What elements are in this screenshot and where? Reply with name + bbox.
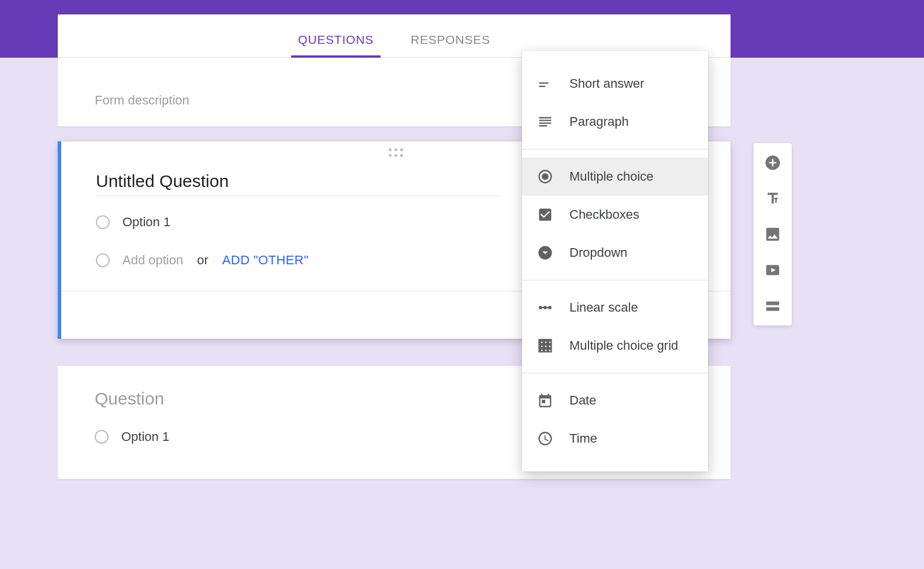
dropdown-icon: [537, 245, 553, 261]
menu-item-multiple-choice-grid[interactable]: Multiple choice grid: [522, 327, 708, 365]
date-label: Date: [569, 393, 596, 408]
time-label: Time: [569, 431, 597, 446]
svg-rect-8: [766, 308, 780, 311]
add-section-button[interactable]: [763, 297, 782, 315]
checkbox-icon: [537, 207, 553, 223]
calendar-icon: [537, 392, 553, 409]
radio-selected-icon: [537, 169, 553, 185]
text-title-icon: [764, 190, 781, 207]
checkboxes-label: Checkboxes: [569, 207, 639, 222]
grid-icon: [537, 338, 553, 354]
radio-icon: [96, 215, 110, 229]
menu-item-time[interactable]: Time: [522, 420, 708, 458]
add-option-button[interactable]: Add option: [122, 253, 183, 268]
add-other-button[interactable]: ADD "OTHER": [222, 253, 309, 268]
short-answer-label: Short answer: [569, 76, 644, 91]
menu-item-linear-scale[interactable]: Linear scale: [522, 289, 708, 327]
svg-rect-4: [541, 307, 550, 308]
paragraph-icon: [537, 114, 553, 130]
plus-circle-icon: [764, 154, 781, 171]
linear-scale-label: Linear scale: [569, 300, 638, 315]
section-icon: [764, 297, 781, 315]
radio-icon: [96, 253, 110, 267]
linear-scale-icon: [537, 300, 553, 316]
question-title-input[interactable]: Untitled Question: [96, 171, 500, 196]
image-icon: [764, 226, 781, 243]
add-question-button[interactable]: [763, 154, 782, 172]
radio-icon: [95, 430, 109, 444]
menu-divider: [522, 280, 708, 280]
menu-item-checkboxes[interactable]: Checkboxes: [522, 196, 708, 234]
option-1-text: Option 1: [121, 429, 169, 444]
multiple-choice-label: Multiple choice: [569, 169, 654, 184]
add-title-button[interactable]: [763, 189, 782, 208]
add-video-button[interactable]: [763, 261, 782, 279]
svg-rect-7: [766, 302, 780, 305]
side-toolbar: [754, 143, 792, 325]
tab-responses[interactable]: RESPONSES: [406, 33, 495, 57]
paragraph-label: Paragraph: [569, 114, 629, 129]
menu-divider: [522, 373, 708, 373]
menu-item-paragraph[interactable]: Paragraph: [522, 103, 708, 141]
clock-icon: [537, 431, 553, 447]
menu-item-dropdown[interactable]: Dropdown: [522, 234, 708, 272]
video-icon: [764, 261, 781, 279]
menu-item-date[interactable]: Date: [522, 381, 708, 420]
menu-divider: [522, 149, 708, 149]
tab-questions[interactable]: QUESTIONS: [293, 33, 378, 57]
short-answer-icon: [537, 76, 553, 92]
menu-item-short-answer[interactable]: Short answer: [522, 65, 708, 103]
or-label: or: [197, 253, 208, 268]
drag-dots-icon: [389, 148, 403, 159]
option-1-text[interactable]: Option 1: [122, 215, 170, 230]
question-type-menu: Short answer Paragraph Multiple choice C…: [522, 51, 708, 471]
add-image-button[interactable]: [763, 225, 782, 244]
dropdown-label: Dropdown: [569, 245, 627, 260]
menu-item-multiple-choice[interactable]: Multiple choice: [522, 158, 708, 196]
multiple-choice-grid-label: Multiple choice grid: [569, 338, 678, 353]
